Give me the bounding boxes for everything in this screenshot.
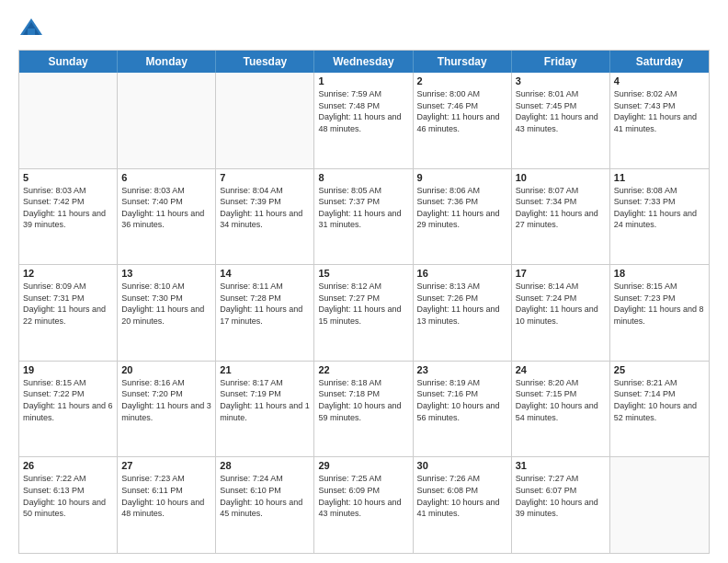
weekday-header-monday: Monday [118, 51, 216, 73]
day-info: Sunrise: 8:00 AM Sunset: 7:46 PM Dayligh… [417, 88, 507, 134]
calendar-day-6: 6Sunrise: 8:03 AM Sunset: 7:40 PM Daylig… [118, 169, 216, 265]
calendar-day-13: 13Sunrise: 8:10 AM Sunset: 7:30 PM Dayli… [118, 265, 216, 361]
calendar-day-20: 20Sunrise: 8:16 AM Sunset: 7:20 PM Dayli… [118, 362, 216, 457]
weekday-header-saturday: Saturday [610, 51, 709, 73]
calendar-week-4: 19Sunrise: 8:15 AM Sunset: 7:22 PM Dayli… [19, 361, 709, 457]
day-info: Sunrise: 8:14 AM Sunset: 7:24 PM Dayligh… [516, 281, 606, 327]
day-number: 15 [318, 268, 408, 279]
day-info: Sunrise: 8:06 AM Sunset: 7:36 PM Dayligh… [417, 185, 507, 231]
logo-icon [18, 15, 44, 40]
day-number: 14 [220, 268, 310, 279]
day-info: Sunrise: 8:18 AM Sunset: 7:18 PM Dayligh… [318, 377, 408, 423]
day-info: Sunrise: 8:03 AM Sunset: 7:42 PM Dayligh… [23, 185, 113, 231]
day-info: Sunrise: 8:01 AM Sunset: 7:45 PM Dayligh… [516, 88, 606, 134]
day-info: Sunrise: 7:26 AM Sunset: 6:08 PM Dayligh… [417, 473, 507, 519]
day-info: Sunrise: 8:07 AM Sunset: 7:34 PM Dayligh… [516, 185, 606, 231]
day-number: 23 [417, 364, 507, 375]
calendar-week-5: 26Sunrise: 7:22 AM Sunset: 6:13 PM Dayli… [19, 456, 709, 553]
day-info: Sunrise: 8:13 AM Sunset: 7:26 PM Dayligh… [417, 281, 507, 327]
weekday-header-thursday: Thursday [414, 51, 512, 73]
day-info: Sunrise: 8:12 AM Sunset: 7:27 PM Dayligh… [318, 281, 408, 327]
day-number: 19 [23, 364, 113, 375]
calendar-day-1: 1Sunrise: 7:59 AM Sunset: 7:48 PM Daylig… [314, 73, 413, 168]
day-info: Sunrise: 7:23 AM Sunset: 6:11 PM Dayligh… [121, 473, 211, 519]
calendar-week-2: 5Sunrise: 8:03 AM Sunset: 7:42 PM Daylig… [19, 168, 709, 265]
calendar-day-11: 11Sunrise: 8:08 AM Sunset: 7:33 PM Dayli… [610, 169, 709, 265]
day-number: 6 [121, 172, 211, 183]
calendar-day-17: 17Sunrise: 8:14 AM Sunset: 7:24 PM Dayli… [512, 265, 610, 361]
day-number: 3 [516, 75, 606, 86]
day-info: Sunrise: 8:04 AM Sunset: 7:39 PM Dayligh… [220, 185, 310, 231]
calendar-day-empty [610, 457, 709, 553]
calendar-day-23: 23Sunrise: 8:19 AM Sunset: 7:16 PM Dayli… [414, 362, 512, 457]
day-number: 5 [23, 172, 113, 183]
calendar-day-27: 27Sunrise: 7:23 AM Sunset: 6:11 PM Dayli… [118, 457, 216, 553]
day-info: Sunrise: 8:03 AM Sunset: 7:40 PM Dayligh… [121, 185, 211, 231]
day-number: 28 [220, 460, 310, 471]
calendar-day-empty [216, 73, 314, 168]
day-number: 1 [318, 75, 408, 86]
day-info: Sunrise: 8:16 AM Sunset: 7:20 PM Dayligh… [121, 377, 211, 423]
calendar-day-24: 24Sunrise: 8:20 AM Sunset: 7:15 PM Dayli… [512, 362, 610, 457]
day-info: Sunrise: 8:19 AM Sunset: 7:16 PM Dayligh… [417, 377, 507, 423]
calendar-day-5: 5Sunrise: 8:03 AM Sunset: 7:42 PM Daylig… [19, 169, 118, 265]
day-info: Sunrise: 8:21 AM Sunset: 7:14 PM Dayligh… [614, 377, 705, 423]
calendar-day-10: 10Sunrise: 8:07 AM Sunset: 7:34 PM Dayli… [512, 169, 610, 265]
day-number: 9 [417, 172, 507, 183]
calendar-day-9: 9Sunrise: 8:06 AM Sunset: 7:36 PM Daylig… [414, 169, 512, 265]
calendar-body: 1Sunrise: 7:59 AM Sunset: 7:48 PM Daylig… [19, 73, 709, 553]
calendar-week-3: 12Sunrise: 8:09 AM Sunset: 7:31 PM Dayli… [19, 264, 709, 361]
day-number: 16 [417, 268, 507, 279]
calendar-day-25: 25Sunrise: 8:21 AM Sunset: 7:14 PM Dayli… [610, 362, 709, 457]
day-number: 17 [516, 268, 606, 279]
day-info: Sunrise: 8:10 AM Sunset: 7:30 PM Dayligh… [121, 281, 211, 327]
calendar-day-8: 8Sunrise: 8:05 AM Sunset: 7:37 PM Daylig… [314, 169, 413, 265]
calendar-day-19: 19Sunrise: 8:15 AM Sunset: 7:22 PM Dayli… [19, 362, 118, 457]
calendar-day-4: 4Sunrise: 8:02 AM Sunset: 7:43 PM Daylig… [610, 73, 709, 168]
day-info: Sunrise: 7:59 AM Sunset: 7:48 PM Dayligh… [318, 88, 408, 134]
day-info: Sunrise: 7:25 AM Sunset: 6:09 PM Dayligh… [318, 473, 408, 519]
day-info: Sunrise: 7:22 AM Sunset: 6:13 PM Dayligh… [23, 473, 113, 519]
day-number: 11 [614, 172, 705, 183]
day-number: 29 [318, 460, 408, 471]
calendar-day-7: 7Sunrise: 8:04 AM Sunset: 7:39 PM Daylig… [216, 169, 314, 265]
day-number: 13 [121, 268, 211, 279]
day-info: Sunrise: 8:05 AM Sunset: 7:37 PM Dayligh… [318, 185, 408, 231]
calendar-day-empty [19, 73, 118, 168]
calendar-day-2: 2Sunrise: 8:00 AM Sunset: 7:46 PM Daylig… [414, 73, 512, 168]
day-number: 8 [318, 172, 408, 183]
day-info: Sunrise: 7:27 AM Sunset: 6:07 PM Dayligh… [516, 473, 606, 519]
day-number: 4 [614, 75, 705, 86]
calendar-day-empty [118, 73, 216, 168]
day-info: Sunrise: 8:08 AM Sunset: 7:33 PM Dayligh… [614, 185, 705, 231]
day-number: 25 [614, 364, 705, 375]
day-info: Sunrise: 8:15 AM Sunset: 7:22 PM Dayligh… [23, 377, 113, 423]
calendar-day-15: 15Sunrise: 8:12 AM Sunset: 7:27 PM Dayli… [314, 265, 413, 361]
day-number: 27 [121, 460, 211, 471]
calendar-day-21: 21Sunrise: 8:17 AM Sunset: 7:19 PM Dayli… [216, 362, 314, 457]
day-info: Sunrise: 8:15 AM Sunset: 7:23 PM Dayligh… [614, 281, 705, 327]
day-number: 31 [516, 460, 606, 471]
day-number: 24 [516, 364, 606, 375]
calendar-day-3: 3Sunrise: 8:01 AM Sunset: 7:45 PM Daylig… [512, 73, 610, 168]
calendar-day-31: 31Sunrise: 7:27 AM Sunset: 6:07 PM Dayli… [512, 457, 610, 553]
day-info: Sunrise: 8:17 AM Sunset: 7:19 PM Dayligh… [220, 377, 310, 423]
page-header [18, 15, 710, 40]
calendar: SundayMondayTuesdayWednesdayThursdayFrid… [18, 50, 710, 554]
calendar-day-28: 28Sunrise: 7:24 AM Sunset: 6:10 PM Dayli… [216, 457, 314, 553]
calendar-day-18: 18Sunrise: 8:15 AM Sunset: 7:23 PM Dayli… [610, 265, 709, 361]
calendar-day-14: 14Sunrise: 8:11 AM Sunset: 7:28 PM Dayli… [216, 265, 314, 361]
day-number: 7 [220, 172, 310, 183]
day-number: 2 [417, 75, 507, 86]
day-number: 18 [614, 268, 705, 279]
weekday-header-wednesday: Wednesday [314, 51, 413, 73]
day-info: Sunrise: 8:11 AM Sunset: 7:28 PM Dayligh… [220, 281, 310, 327]
calendar-header-row: SundayMondayTuesdayWednesdayThursdayFrid… [19, 51, 709, 73]
weekday-header-friday: Friday [512, 51, 610, 73]
calendar-day-22: 22Sunrise: 8:18 AM Sunset: 7:18 PM Dayli… [314, 362, 413, 457]
svg-rect-2 [28, 29, 35, 35]
day-info: Sunrise: 8:09 AM Sunset: 7:31 PM Dayligh… [23, 281, 113, 327]
calendar-week-1: 1Sunrise: 7:59 AM Sunset: 7:48 PM Daylig… [19, 73, 709, 168]
weekday-header-sunday: Sunday [19, 51, 118, 73]
day-number: 26 [23, 460, 113, 471]
